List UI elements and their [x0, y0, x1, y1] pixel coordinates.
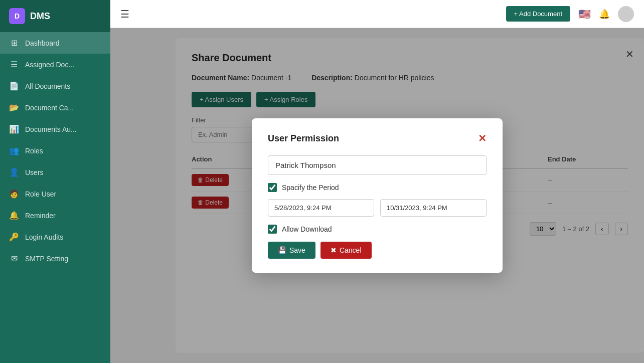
sidebar-item-roles[interactable]: 👥 Roles [0, 140, 110, 161]
allow-download-label: Allow Download [282, 225, 332, 233]
docs-audit-icon: 📊 [9, 124, 19, 134]
reminder-icon: 🔔 [9, 211, 19, 220]
modal-actions: 💾 Save ✖ Cancel [268, 242, 487, 259]
sidebar-label-smtp: SMTP Setting [25, 255, 68, 263]
sidebar-item-reminder[interactable]: 🔔 Reminder [0, 205, 110, 226]
close-user-permission-button[interactable]: ✕ [478, 132, 487, 144]
sidebar-item-documents-audit[interactable]: 📊 Documents Au... [0, 118, 110, 140]
cancel-icon: ✖ [331, 246, 337, 254]
sidebar-item-smtp[interactable]: ✉ SMTP Setting [0, 248, 110, 269]
logo-icon: D [9, 8, 25, 24]
user-name-field[interactable] [268, 155, 487, 175]
login-audits-icon: 🔑 [9, 232, 19, 242]
date-row [268, 199, 487, 217]
all-docs-icon: 📄 [9, 81, 19, 91]
users-icon: 👤 [9, 167, 19, 177]
topbar-right: + Add Document 🇺🇸 🔔 [506, 6, 634, 22]
user-permission-modal: User Permission ✕ Spacify the Period All… [252, 118, 503, 273]
hamburger-icon[interactable]: ☰ [120, 8, 129, 20]
specify-period-checkbox[interactable] [268, 183, 277, 192]
save-button[interactable]: 💾 Save [268, 242, 315, 259]
topbar: ☰ + Add Document 🇺🇸 🔔 [110, 0, 644, 28]
add-document-button[interactable]: + Add Document [506, 6, 570, 22]
sidebar-item-all-documents[interactable]: 📄 All Documents [0, 75, 110, 97]
sidebar-label-role-user: Role User [25, 190, 56, 198]
smtp-icon: ✉ [9, 254, 19, 263]
start-date-input[interactable] [268, 199, 374, 217]
cancel-label: Cancel [340, 246, 362, 254]
avatar[interactable] [618, 6, 634, 22]
sidebar-label-assigned: Assigned Doc... [25, 61, 74, 69]
allow-download-row: Allow Download [268, 225, 487, 234]
specify-period-label: Spacify the Period [282, 184, 339, 192]
allow-download-checkbox[interactable] [268, 225, 277, 234]
sidebar-item-document-category[interactable]: 📂 Document Ca... [0, 97, 110, 118]
save-label: Save [289, 246, 305, 254]
sidebar: D DMS ⊞ Dashboard ☰ Assigned Doc... 📄 Al… [0, 0, 110, 363]
topbar-left: ☰ [120, 8, 129, 20]
specify-period-row: Spacify the Period [268, 183, 487, 192]
end-date-input[interactable] [380, 199, 487, 217]
sidebar-item-dashboard[interactable]: ⊞ Dashboard [0, 32, 110, 54]
sidebar-label-dashboard: Dashboard [25, 39, 60, 47]
modal-title: User Permission [268, 133, 339, 144]
doc-category-icon: 📂 [9, 103, 19, 112]
assigned-doc-icon: ☰ [9, 60, 19, 69]
modal-header: User Permission ✕ [268, 132, 487, 144]
sidebar-label-login-audits: Login Audits [25, 233, 63, 241]
sidebar-item-role-user[interactable]: 🧑 Role User [0, 183, 110, 205]
app-name: DMS [30, 11, 50, 22]
sidebar-item-assigned-doc[interactable]: ☰ Assigned Doc... [0, 54, 110, 75]
flag-icon: 🇺🇸 [578, 8, 591, 20]
sidebar-item-users[interactable]: 👤 Users [0, 161, 110, 183]
sidebar-label-users: Users [25, 168, 44, 176]
notification-bell-icon[interactable]: 🔔 [599, 9, 610, 20]
sidebar-label-doc-cat: Document Ca... [25, 104, 74, 112]
sidebar-label-all-docs: All Documents [25, 82, 70, 90]
save-icon: 💾 [278, 246, 286, 254]
app-logo[interactable]: D DMS [0, 0, 110, 32]
main-content: ✕ Share Document Document Name: Document… [110, 28, 644, 363]
role-user-icon: 🧑 [9, 189, 19, 199]
sidebar-label-docs-audit: Documents Au... [25, 125, 77, 133]
cancel-button[interactable]: ✖ Cancel [320, 242, 372, 259]
sidebar-item-login-audits[interactable]: 🔑 Login Audits [0, 226, 110, 248]
roles-icon: 👥 [9, 146, 19, 155]
sidebar-label-roles: Roles [25, 147, 43, 155]
sidebar-label-reminder: Reminder [25, 212, 56, 220]
dashboard-icon: ⊞ [9, 38, 19, 48]
